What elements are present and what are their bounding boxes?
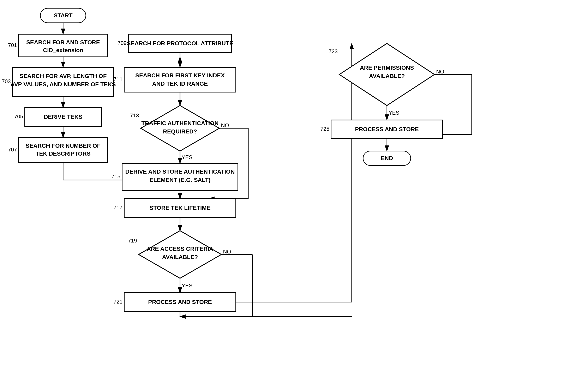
node-709: SEARCH FOR PROTOCOL ATTRIBUTE	[127, 40, 233, 47]
label-711: 711	[114, 76, 123, 82]
label-717: 717	[114, 204, 123, 211]
node-713-line1: TRAFFIC AUTHENTICATION	[141, 120, 219, 127]
node-705: DERIVE TEKS	[44, 114, 83, 120]
label-705: 705	[14, 113, 23, 120]
node-707-line2: TEK DESCRIPTORS	[36, 150, 91, 157]
node-711-line2: AND TEK ID RANGE	[152, 81, 208, 87]
node-717: STORE TEK LIFETIME	[149, 205, 210, 211]
start-label: START	[53, 12, 73, 19]
no-label-723: NO	[436, 68, 444, 75]
node-701-line1: SEARCH FOR AND STORE	[26, 39, 100, 45]
no-label-719: NO	[223, 248, 231, 255]
end-label: END	[381, 155, 393, 161]
label-709: 709	[118, 40, 127, 46]
node-715-line2: ELEMENT (E.G. SALT)	[149, 177, 210, 183]
node-703-line2: AVP VALUES, AND NUMBER OF TEKS	[10, 81, 116, 87]
node-701-line2: CID_extension	[43, 47, 83, 53]
no-label-713: NO	[221, 122, 229, 128]
label-701: 701	[8, 42, 17, 48]
node-711-line1: SEARCH FOR FIRST KEY INDEX	[135, 72, 225, 79]
yes-label-713: YES	[182, 154, 192, 160]
node-725: PROCESS AND STORE	[355, 126, 419, 132]
label-723: 723	[329, 48, 338, 54]
label-703: 703	[2, 78, 11, 85]
node-721: PROCESS AND STORE	[148, 299, 212, 305]
node-723-line1: ARE PERMISSIONS	[360, 64, 414, 71]
yes-label-723: YES	[388, 110, 399, 116]
node-713-line2: REQUIRED?	[163, 128, 197, 135]
node-723-line2: AVAILABLE?	[369, 73, 405, 79]
label-715: 715	[112, 173, 120, 180]
yes-label-719: YES	[182, 282, 192, 289]
svg-rect-8	[19, 138, 108, 162]
node-719-line1: ARE ACCESS CRITERIA	[147, 245, 213, 252]
node-703-line1: SEARCH FOR AVP, LENGTH OF	[20, 73, 106, 79]
label-719: 719	[128, 237, 137, 244]
label-721: 721	[114, 298, 123, 305]
label-707: 707	[8, 147, 17, 153]
node-715-line1: DERIVE AND STORE AUTHENTICATION	[125, 169, 235, 175]
flowchart: START SEARCH FOR AND STORE CID_extension…	[0, 0, 588, 372]
node-719-line2: AVAILABLE?	[162, 254, 198, 260]
svg-rect-14	[124, 67, 236, 92]
node-707-line1: SEARCH FOR NUMBER OF	[26, 143, 101, 149]
label-713: 713	[130, 112, 139, 118]
label-725: 725	[320, 126, 329, 132]
